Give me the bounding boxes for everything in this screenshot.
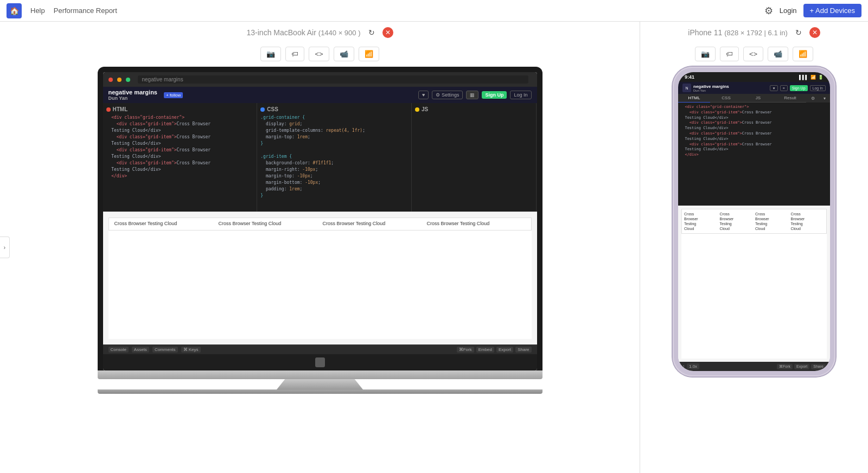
gear-icon[interactable]: ⚙	[764, 5, 773, 17]
console-button[interactable]: Console	[108, 347, 129, 353]
code-line: <div class="grid-item">Cross Browser	[106, 121, 254, 127]
iphone-preview-grid: CrossBrowserTestingCloud CrossBrowserTes…	[681, 209, 827, 234]
signup-button[interactable]: Sign Up	[482, 91, 507, 99]
heart-button[interactable]: ♥	[418, 91, 429, 99]
battery-icon: 🔋	[818, 75, 824, 80]
iphone-expand-tab[interactable]: ▾	[819, 94, 830, 103]
macbook-screen-inner: negative margins negative margins Dun Ya…	[103, 72, 537, 370]
bottom-bar-right: ⌘Fork Embed Export Share	[457, 347, 532, 353]
macbook-close-button[interactable]: ✕	[382, 27, 393, 38]
apple-logo	[103, 354, 537, 370]
code-line: Testing Cloud</div>	[106, 154, 254, 160]
js-pane-header: JS	[415, 106, 533, 112]
tag-button[interactable]: 🏷	[285, 47, 304, 61]
iphone-frame: 9:41 ▌▌▌ 📶 🔋 N negative margins	[673, 67, 835, 376]
iphone-tab-js[interactable]: JS	[742, 94, 774, 103]
iphone-logo-icon: N	[682, 84, 691, 92]
iphone-share-button[interactable]: Share	[811, 364, 826, 369]
code-line: grid-template-columns: repeat(4, 1fr);	[260, 127, 408, 134]
iphone-export-button[interactable]: Export	[794, 364, 809, 369]
iphone-preview-empty	[681, 234, 827, 359]
main-area: › 13-inch MacBook Air (1440 × 900 ) ↻ ✕ …	[0, 22, 868, 473]
macbook-wrapper: negative margins negative margins Dun Ya…	[0, 67, 640, 473]
add-devices-button[interactable]: + Add Devices	[803, 4, 861, 17]
keys-button[interactable]: ⌘ Keys	[181, 347, 201, 353]
help-link[interactable]: Help	[30, 7, 45, 15]
iphone-zoom-level[interactable]: 1.0x	[687, 363, 699, 369]
macbook-screen-outer: negative margins negative margins Dun Ya…	[98, 67, 542, 370]
macbook-refresh-button[interactable]: ↻	[365, 27, 378, 38]
iphone-login-button[interactable]: Log In	[810, 85, 826, 91]
code-line: .grid-item {	[260, 154, 408, 160]
iphone-close-button[interactable]: ✕	[809, 27, 820, 38]
login-button[interactable]: Log In	[510, 91, 531, 99]
css-dot	[260, 107, 265, 112]
assets-button[interactable]: Assets	[132, 347, 149, 353]
code-line: margin-right: -10px;	[260, 167, 408, 173]
iphone-video-button[interactable]: 📹	[768, 47, 788, 61]
iphone-refresh-button[interactable]: ↻	[792, 27, 805, 38]
embed-button[interactable]: Embed	[476, 347, 494, 353]
macbook-bottom-chassis	[98, 370, 542, 379]
html-label: HTML	[113, 106, 128, 112]
macbook-stand	[277, 379, 363, 390]
code-line: Testing Cloud</div>	[106, 140, 254, 147]
preview-cell-3: Cross Browser Testing Cloud	[323, 221, 422, 227]
iphone-signup-button[interactable]: Sign Up	[790, 85, 808, 91]
iphone-title-bar: iPhone 11 (828 × 1792 | 6.1 in) ↻ ✕	[640, 22, 868, 43]
iphone-logo-area: N negative margins Dun Yan	[682, 84, 729, 92]
site-logo: negative margins Dun Yan	[108, 89, 157, 101]
iphone-camera-button[interactable]: 📷	[695, 47, 716, 61]
wifi-icon: 📶	[810, 75, 816, 80]
iphone-fork-button[interactable]: ⌘Fork	[777, 364, 793, 369]
code-line: <div class="grid-item">Cross Browser	[106, 134, 254, 140]
iphone-heart-button[interactable]: ♥	[770, 85, 777, 91]
iphone-tag-button[interactable]: 🏷	[720, 47, 739, 61]
share-button[interactable]: Share	[515, 347, 531, 353]
iphone-preview-cell-2: CrossBrowserTestingCloud	[720, 212, 754, 231]
export-button[interactable]: Export	[496, 347, 513, 353]
iphone-time: 9:41	[685, 74, 694, 80]
macbook-toolbar: 📷 🏷 <> 📹 📶	[260, 43, 379, 67]
code-line	[260, 147, 408, 154]
iphone-code-line: </div>	[680, 152, 828, 158]
iphone-site-bar: N negative margins Dun Yan ♥ ≡ Sign Up L…	[678, 82, 830, 94]
preview-empty	[108, 231, 532, 339]
code-button[interactable]: <>	[309, 47, 329, 61]
iphone-code-button[interactable]: <>	[743, 47, 763, 61]
browser-url[interactable]: negative margins	[138, 75, 528, 84]
js-pane: JS	[412, 103, 537, 212]
camera-button[interactable]: 📷	[260, 47, 281, 61]
iphone-preview-cell-1: CrossBrowserTestingCloud	[684, 212, 718, 231]
preview-area: Cross Browser Testing Cloud Cross Browse…	[103, 212, 537, 344]
left-collapse-button[interactable]: ›	[0, 237, 10, 258]
css-pane: CSS .grid-container { display: grid; gri…	[257, 103, 412, 212]
wifi-button[interactable]: 📶	[359, 47, 379, 61]
iphone-site-logo: negative margins Dun Yan	[693, 84, 729, 92]
iphone-bottom-arrow[interactable]: ↑	[682, 364, 685, 369]
iphone-tab-html[interactable]: HTML	[678, 94, 710, 103]
html-dot	[106, 107, 111, 112]
macbook-bottom-bar: Console Assets Comments ⌘ Keys ⌘Fork Emb…	[103, 344, 537, 354]
home-icon[interactable]: 🏠	[7, 3, 22, 18]
iphone-preview-cell-4: CrossBrowserTestingCloud	[791, 212, 825, 231]
code-line: .grid-container {	[260, 114, 408, 121]
iphone-wifi-button[interactable]: 📶	[793, 47, 813, 61]
top-navigation: 🏠 Help Performance Report ⚙ Login + Add …	[0, 0, 868, 22]
iphone-code-line: Testing Cloud</div>	[680, 137, 828, 142]
performance-report-link[interactable]: Performance Report	[54, 7, 117, 15]
login-link[interactable]: Login	[780, 7, 797, 15]
fork-button[interactable]: ⌘Fork	[457, 347, 474, 353]
code-line: <div class="grid-item">Cross Browser	[106, 147, 254, 154]
comments-button[interactable]: Comments	[152, 347, 178, 353]
iphone-tab-css[interactable]: CSS	[710, 94, 742, 103]
iphone-settings-tab[interactable]: ⚙	[806, 94, 819, 103]
settings-button[interactable]: ⚙ Settings	[432, 91, 463, 99]
iphone-tab-result[interactable]: Result	[774, 94, 806, 103]
video-button[interactable]: 📹	[334, 47, 354, 61]
grid-view-button[interactable]: ▦	[466, 91, 478, 99]
iphone-bottom-bar: ↑ 1.0x ⌘Fork Export Share	[678, 362, 830, 371]
iphone-title: iPhone 11 (828 × 1792 | 6.1 in)	[688, 28, 787, 37]
iphone-menu-button[interactable]: ≡	[780, 85, 788, 91]
html-pane-header: HTML	[106, 106, 254, 112]
